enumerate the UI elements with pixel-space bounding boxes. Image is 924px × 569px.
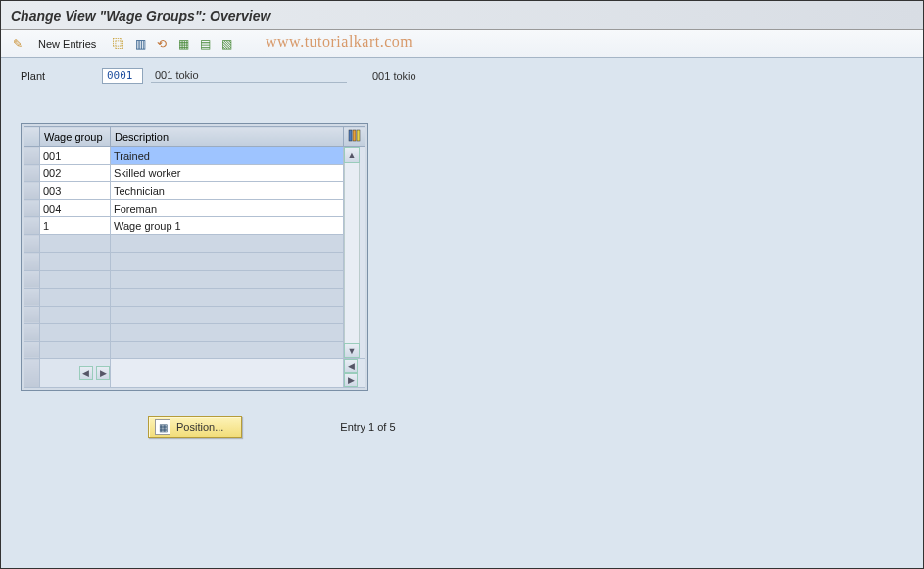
empty-cell [111, 253, 344, 270]
plant-desc-1: 001 tokio [151, 69, 347, 83]
watermark-text: www.tutorialkart.com [266, 33, 413, 51]
h-scroll-right-icon[interactable]: ▶ [344, 373, 358, 387]
table-row [24, 270, 365, 288]
col-header-description[interactable]: Description [111, 127, 344, 147]
empty-cell [40, 288, 111, 306]
plant-code-input[interactable] [102, 68, 143, 84]
empty-cell [111, 288, 344, 306]
h-scroll-corner [24, 359, 40, 388]
configure-columns-icon[interactable] [344, 127, 365, 147]
row-selector[interactable] [24, 235, 40, 253]
empty-cell [111, 270, 344, 288]
svg-rect-2 [357, 130, 360, 141]
description-cell[interactable] [111, 147, 343, 164]
row-selector[interactable] [24, 147, 40, 165]
empty-cell [40, 306, 111, 323]
title-bar: Change View "Wage Groups": Overview [1, 1, 923, 30]
empty-cell [111, 306, 344, 323]
wage-group-cell[interactable] [40, 165, 110, 181]
row-selector[interactable] [24, 200, 40, 217]
table-row [24, 253, 365, 270]
row-selector[interactable] [24, 288, 40, 306]
description-cell[interactable] [111, 165, 343, 181]
empty-cell [111, 323, 344, 341]
h-scroll-left-icon[interactable]: ◀ [344, 359, 358, 373]
svg-rect-0 [349, 130, 352, 141]
v-scroll-up-icon[interactable]: ▲ [344, 147, 360, 163]
v-scrollbar: ▲▼ [344, 147, 365, 359]
empty-cell [40, 253, 111, 270]
empty-cell [40, 323, 111, 341]
plant-label: Plant [21, 71, 94, 82]
col-header-select[interactable] [24, 127, 40, 147]
col-header-wage-group[interactable]: Wage group [40, 127, 111, 147]
wage-group-cell[interactable] [40, 200, 110, 216]
row-selector[interactable] [24, 165, 40, 182]
table-row [24, 323, 365, 341]
empty-cell [40, 341, 111, 358]
description-cell[interactable] [111, 182, 343, 199]
table-row [24, 341, 365, 358]
row-selector[interactable] [24, 306, 40, 323]
h-scroll-track[interactable] [111, 359, 344, 388]
row-selector[interactable] [24, 270, 40, 288]
position-icon: ▦ [155, 419, 170, 435]
row-selector[interactable] [24, 341, 40, 358]
wage-group-cell[interactable] [40, 217, 110, 234]
select-all-icon[interactable]: ▦ [174, 35, 192, 53]
wage-group-grid: Wage group Description ▲▼ ◀ ▶ [21, 123, 368, 391]
table-row: ▲▼ [24, 147, 365, 165]
h-scroll-col-right-icon[interactable]: ▶ [96, 366, 110, 380]
plant-row: Plant 001 tokio 001 tokio [21, 68, 903, 84]
new-entries-button[interactable]: New Entries [32, 36, 102, 52]
table-row [24, 200, 365, 217]
select-block-icon[interactable]: ▤ [196, 35, 214, 53]
table-row [24, 288, 365, 306]
wage-group-cell[interactable] [40, 147, 110, 164]
page-title: Change View "Wage Groups": Overview [11, 8, 270, 24]
empty-cell [111, 235, 344, 253]
table-row [24, 235, 365, 253]
v-scroll-track[interactable] [344, 163, 360, 343]
table-row [24, 217, 365, 235]
plant-desc-2: 001 tokio [372, 71, 416, 82]
entry-count-text: Entry 1 of 5 [340, 421, 395, 433]
main-area: Plant 001 tokio 001 tokio Wage group Des… [1, 58, 923, 569]
empty-cell [40, 235, 111, 253]
empty-cell [111, 341, 344, 358]
description-cell[interactable] [111, 217, 343, 234]
copy-icon[interactable]: ⿻ [110, 35, 127, 53]
v-scroll-down-icon[interactable]: ▼ [344, 343, 360, 358]
footer-row: ▦ Position... Entry 1 of 5 [21, 416, 903, 438]
deselect-all-icon[interactable]: ▧ [218, 35, 235, 53]
table-row [24, 165, 365, 182]
toolbar: ✎ New Entries ⿻ ▥ ⟲ ▦ ▤ ▧ www.tutorialka… [1, 30, 923, 58]
description-cell[interactable] [111, 200, 343, 216]
wage-group-cell[interactable] [40, 182, 110, 199]
row-selector[interactable] [24, 217, 40, 235]
h-scroll-col-left-icon[interactable]: ◀ [79, 366, 93, 380]
undo-icon[interactable]: ⟲ [153, 35, 170, 53]
delete-icon[interactable]: ▥ [131, 35, 149, 53]
position-button-label: Position... [176, 421, 223, 433]
row-selector[interactable] [24, 323, 40, 341]
table-row [24, 182, 365, 200]
position-button[interactable]: ▦ Position... [148, 416, 242, 438]
empty-cell [40, 270, 111, 288]
table-row [24, 306, 365, 323]
toggle-icon[interactable]: ✎ [9, 35, 26, 53]
row-selector[interactable] [24, 253, 40, 270]
svg-rect-1 [353, 130, 356, 141]
row-selector[interactable] [24, 182, 40, 200]
